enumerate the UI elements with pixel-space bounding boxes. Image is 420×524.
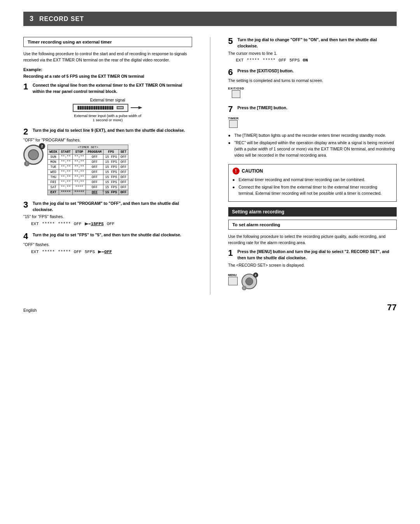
exit-osd-label: EXIT/OSD — [228, 87, 244, 90]
svg-marker-2 — [85, 222, 89, 225]
setting-alarm-section: Setting alarm recording To set alarm rec… — [228, 207, 397, 289]
svg-marker-1 — [138, 106, 142, 109]
section-box-title: Timer recording using an external timer — [28, 40, 112, 44]
diag-off: OFF — [278, 58, 286, 63]
header-title: RECORD SET — [39, 16, 84, 23]
diag-off1: OFF — [74, 222, 82, 226]
step-6-text: Press the [EXIT/OSD] button. — [238, 68, 294, 74]
off-highlight: OFF — [92, 190, 98, 194]
timer-table: <TIMER SET> WEEK START STOP PROGRAM FPS … — [47, 145, 128, 195]
table-row: SUN**:****:**OFF15 FPSOFF — [48, 154, 128, 159]
col-program: PROGRAM — [86, 149, 103, 154]
alarm-step-1-sub: The <RECORD SET> screen is displayed. — [228, 263, 397, 267]
step-1-num: 1 — [23, 82, 30, 91]
right-column: 5 Turn the jog dial to change "OFF" to "… — [228, 37, 397, 295]
diag-arrow-off: OFF — [98, 249, 112, 255]
step-2-sub: "OFF" for "PROGRAM" flashes. — [23, 138, 192, 142]
alarm-step-1: 1 Press the [MENU] button and turn the j… — [228, 249, 397, 289]
menu-btn-graphic — [228, 277, 238, 285]
step-3-num: 3 — [23, 201, 30, 209]
diag-fps: 5FPS — [289, 58, 299, 63]
step-1-text: Connect the signal line from the externa… — [33, 82, 192, 95]
setting-alarm-intro: Use the following procedure to select th… — [228, 234, 397, 246]
caution-icon: ! — [233, 168, 240, 175]
table-row: SAT**:******OFF15 FPSOFF — [48, 185, 128, 190]
diag-ext: EXT — [31, 250, 39, 254]
diag-dots2: ***** — [58, 222, 71, 226]
table-row: FRI**:****:**OFF15 FPSOFF — [48, 180, 128, 185]
step-5-diag: EXT ***** ***** OFF 5FPS ON — [236, 58, 397, 63]
arrow-indicator: ← — [103, 189, 105, 193]
table-row: TUE**:****:**OFF15 FPSOFF — [48, 164, 128, 169]
ext-label-bottom: External timer input (with a pulse width… — [73, 114, 143, 122]
step-6-num: 6 — [228, 68, 235, 77]
timer-table-body: SUN**:****:**OFF15 FPSOFF MON**:****:**O… — [48, 154, 128, 195]
step-3: 3 Turn the jog dial to set "PROGRAM" to … — [23, 201, 192, 227]
jog-badge-1: 1 — [24, 161, 30, 166]
timer-label: TIMER — [228, 117, 239, 120]
jog-dial-small: 2 1 — [242, 274, 257, 289]
example-label: Example: — [23, 67, 192, 72]
diag-arrow-fps: 15FPS — [85, 221, 104, 227]
alarm-step-1-num: 1 — [228, 249, 235, 257]
svg-marker-4 — [98, 250, 102, 253]
column-divider — [210, 37, 210, 295]
diag-dots1: ***** — [42, 250, 55, 254]
header-number: 3 — [30, 15, 34, 23]
step-1: 1 Connect the signal line from the exter… — [23, 82, 192, 122]
jog-inner — [28, 149, 39, 160]
timer-table-wrap: 2 1 <TIMER SET> WEEK START STOP — [23, 145, 192, 195]
step-4: 4 Turn the jog dial to set "FPS" to "5",… — [23, 232, 192, 255]
caution-item-1: ● External timer recording and normal ti… — [233, 177, 393, 183]
col-start: START — [59, 149, 73, 154]
bullet-icon-1: ● — [228, 133, 232, 139]
left-column: Timer recording using an external timer … — [23, 37, 192, 295]
col-fps: FPS — [103, 149, 119, 154]
exit-osd-button-icon: EXIT/OSD — [228, 87, 244, 98]
ext-timer-diagram: External timer signal ▓▓▓▓▓▓▓▓▓▓▓▓▓▓▓▓ E… — [23, 98, 192, 122]
caution-item-2: ● Connect the signal line from the exter… — [233, 184, 393, 197]
step-5-text: Turn the jog dial to change "OFF" to "ON… — [238, 37, 397, 49]
section-box-timer: Timer recording using an external timer — [23, 37, 192, 47]
step-7-num: 7 — [228, 105, 235, 114]
ext-device-terminals: ▓▓▓▓▓▓▓▓▓▓▓▓▓▓▓▓ — [77, 106, 114, 110]
step-3-sub: "15" for "FPS" flashes. — [23, 214, 192, 219]
caution-box: ! CAUTION ● External timer recording and… — [228, 164, 397, 202]
step-7-bullet-2: ● "REC" will be displayed within the ope… — [228, 140, 397, 158]
lang-label: English — [23, 308, 37, 313]
diag-off2: OFF — [107, 222, 115, 226]
diag-on: ON — [303, 58, 308, 63]
step-5-sub: The cursor moves to line 1. — [228, 51, 397, 56]
step-3-text: Turn the jog dial to set "PROGRAM" to "O… — [33, 201, 192, 213]
alarm-step-1-text: Press the [MENU] button and turn the jog… — [238, 249, 397, 261]
step-7: 7 Press the [TIMER] button. TIMER ● The … — [228, 105, 397, 159]
menu-button-icon: MENU — [228, 273, 238, 285]
table-row-ext: EXT ***** ***** OFF ← 15 FPS OFF — [48, 190, 128, 195]
step-2-num: 2 — [23, 128, 30, 136]
table-row: WED**:****:**OFF15 FPSOFF — [48, 169, 128, 175]
step-4-sub: "OFF" flashes. — [23, 242, 192, 247]
jog-sm-badge-2: 2 — [253, 272, 258, 278]
setting-alarm-box: To set alarm recording — [228, 220, 397, 230]
ext-connector — [117, 106, 124, 109]
step-3-diag: EXT ***** ***** OFF 15FPS OFF — [31, 221, 192, 227]
menu-label: MENU — [228, 273, 237, 277]
step-6: 6 Press the [EXIT/OSD] button. The setti… — [228, 68, 397, 100]
ext-wire-svg — [131, 104, 142, 112]
step-2: 2 Turn the jog dial to select line 9 (EX… — [23, 128, 192, 195]
example-bold: Recording at a rate of 5 FPS using the E… — [23, 73, 192, 80]
diag-fps: 15FPS — [91, 222, 104, 226]
setting-alarm-heading: Setting alarm recording — [228, 207, 397, 217]
page-number: 77 — [387, 302, 397, 313]
timer-button-icon: TIMER — [228, 117, 239, 128]
bullet-icon: ● — [233, 177, 236, 183]
col-set: SET — [119, 149, 128, 154]
jog-badge-2: 2 — [39, 143, 45, 149]
jog-sm-badge-1: 1 — [242, 286, 247, 290]
ext-device-box: ▓▓▓▓▓▓▓▓▓▓▓▓▓▓▓▓ — [73, 104, 128, 112]
arrow-svg2 — [98, 249, 104, 255]
page-footer: English 77 — [23, 302, 397, 313]
timer-table-header: WEEK START STOP PROGRAM FPS SET — [48, 149, 128, 154]
caution-title: ! CAUTION — [233, 168, 393, 175]
diag-ext: EXT — [236, 58, 244, 63]
